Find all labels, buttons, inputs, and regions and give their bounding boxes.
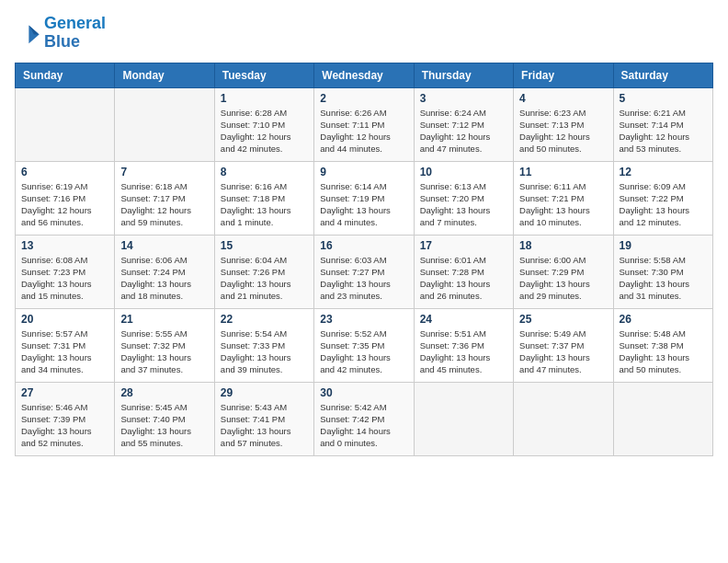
calendar-cell: 1Sunrise: 6:28 AM Sunset: 7:10 PM Daylig…	[214, 87, 313, 161]
day-number: 17	[420, 239, 507, 252]
day-number: 4	[519, 92, 607, 105]
calendar-cell	[115, 87, 214, 161]
calendar-cell	[414, 382, 513, 455]
calendar-cell: 5Sunrise: 6:21 AM Sunset: 7:14 PM Daylig…	[613, 87, 712, 161]
cell-sun-info: Sunrise: 5:51 AM Sunset: 7:36 PM Dayligh…	[420, 327, 507, 376]
cell-sun-info: Sunrise: 6:28 AM Sunset: 7:10 PM Dayligh…	[221, 107, 308, 155]
calendar-cell: 6Sunrise: 6:19 AM Sunset: 7:16 PM Daylig…	[16, 161, 115, 235]
day-number: 22	[221, 313, 308, 326]
cell-sun-info: Sunrise: 6:18 AM Sunset: 7:17 PM Dayligh…	[120, 180, 208, 229]
day-number: 8	[221, 166, 308, 178]
logo-icon	[15, 20, 40, 46]
calendar-cell: 15Sunrise: 6:04 AM Sunset: 7:26 PM Dayli…	[214, 235, 313, 308]
calendar-week-4: 20Sunrise: 5:57 AM Sunset: 7:31 PM Dayli…	[16, 308, 713, 382]
weekday-header-tuesday: Tuesday	[214, 63, 313, 87]
cell-sun-info: Sunrise: 5:49 AM Sunset: 7:37 PM Dayligh…	[519, 327, 607, 376]
day-number: 21	[120, 313, 208, 326]
weekday-header-wednesday: Wednesday	[314, 63, 414, 87]
calendar-cell: 24Sunrise: 5:51 AM Sunset: 7:36 PM Dayli…	[414, 308, 513, 382]
cell-sun-info: Sunrise: 5:55 AM Sunset: 7:32 PM Dayligh…	[120, 327, 208, 376]
cell-sun-info: Sunrise: 6:01 AM Sunset: 7:28 PM Dayligh…	[420, 254, 507, 303]
day-number: 30	[320, 386, 407, 399]
cell-sun-info: Sunrise: 6:08 AM Sunset: 7:23 PM Dayligh…	[21, 254, 108, 303]
weekday-header-row: SundayMondayTuesdayWednesdayThursdayFrid…	[16, 63, 713, 87]
calendar-cell: 4Sunrise: 6:23 AM Sunset: 7:13 PM Daylig…	[514, 87, 613, 161]
logo: General Blue	[15, 15, 106, 52]
calendar-cell: 28Sunrise: 5:45 AM Sunset: 7:40 PM Dayli…	[115, 382, 214, 455]
day-number: 24	[420, 313, 507, 326]
cell-sun-info: Sunrise: 5:54 AM Sunset: 7:33 PM Dayligh…	[221, 327, 308, 376]
calendar-cell: 16Sunrise: 6:03 AM Sunset: 7:27 PM Dayli…	[314, 235, 414, 308]
cell-sun-info: Sunrise: 6:09 AM Sunset: 7:22 PM Dayligh…	[620, 180, 707, 229]
calendar-week-5: 27Sunrise: 5:46 AM Sunset: 7:39 PM Dayli…	[16, 382, 713, 455]
cell-sun-info: Sunrise: 5:42 AM Sunset: 7:42 PM Dayligh…	[320, 401, 407, 450]
day-number: 19	[620, 239, 707, 252]
day-number: 29	[221, 386, 308, 399]
calendar-cell	[514, 382, 613, 455]
cell-sun-info: Sunrise: 6:00 AM Sunset: 7:29 PM Dayligh…	[519, 254, 607, 303]
day-number: 2	[320, 92, 407, 105]
day-number: 16	[320, 239, 407, 252]
day-number: 15	[221, 239, 308, 252]
calendar-cell: 20Sunrise: 5:57 AM Sunset: 7:31 PM Dayli…	[16, 308, 115, 382]
weekday-header-saturday: Saturday	[613, 63, 712, 87]
cell-sun-info: Sunrise: 6:19 AM Sunset: 7:16 PM Dayligh…	[21, 180, 108, 229]
day-number: 9	[320, 166, 407, 178]
cell-sun-info: Sunrise: 5:45 AM Sunset: 7:40 PM Dayligh…	[120, 401, 208, 450]
calendar-cell: 11Sunrise: 6:11 AM Sunset: 7:21 PM Dayli…	[514, 161, 613, 235]
cell-sun-info: Sunrise: 5:57 AM Sunset: 7:31 PM Dayligh…	[21, 327, 108, 376]
calendar-cell	[613, 382, 712, 455]
day-number: 6	[21, 166, 108, 178]
cell-sun-info: Sunrise: 6:14 AM Sunset: 7:19 PM Dayligh…	[320, 180, 407, 229]
calendar-cell: 21Sunrise: 5:55 AM Sunset: 7:32 PM Dayli…	[115, 308, 214, 382]
weekday-header-friday: Friday	[514, 63, 613, 87]
calendar-cell: 10Sunrise: 6:13 AM Sunset: 7:20 PM Dayli…	[414, 161, 513, 235]
day-number: 14	[120, 239, 208, 252]
calendar-cell: 14Sunrise: 6:06 AM Sunset: 7:24 PM Dayli…	[115, 235, 214, 308]
day-number: 18	[519, 239, 607, 252]
calendar-cell: 29Sunrise: 5:43 AM Sunset: 7:41 PM Dayli…	[214, 382, 313, 455]
cell-sun-info: Sunrise: 5:58 AM Sunset: 7:30 PM Dayligh…	[620, 254, 707, 303]
cell-sun-info: Sunrise: 6:21 AM Sunset: 7:14 PM Dayligh…	[620, 107, 707, 155]
calendar-cell: 9Sunrise: 6:14 AM Sunset: 7:19 PM Daylig…	[314, 161, 414, 235]
day-number: 10	[420, 166, 507, 178]
calendar-cell: 2Sunrise: 6:26 AM Sunset: 7:11 PM Daylig…	[314, 87, 414, 161]
day-number: 27	[21, 386, 108, 399]
day-number: 3	[420, 92, 507, 105]
calendar-cell: 3Sunrise: 6:24 AM Sunset: 7:12 PM Daylig…	[414, 87, 513, 161]
logo-text: General Blue	[44, 15, 106, 52]
day-number: 26	[620, 313, 707, 326]
calendar-cell: 17Sunrise: 6:01 AM Sunset: 7:28 PM Dayli…	[414, 235, 513, 308]
weekday-header-monday: Monday	[115, 63, 214, 87]
day-number: 12	[620, 166, 707, 178]
day-number: 7	[120, 166, 208, 178]
day-number: 20	[21, 313, 108, 326]
calendar-cell: 7Sunrise: 6:18 AM Sunset: 7:17 PM Daylig…	[115, 161, 214, 235]
calendar-week-3: 13Sunrise: 6:08 AM Sunset: 7:23 PM Dayli…	[16, 235, 713, 308]
cell-sun-info: Sunrise: 6:23 AM Sunset: 7:13 PM Dayligh…	[519, 107, 607, 155]
cell-sun-info: Sunrise: 6:04 AM Sunset: 7:26 PM Dayligh…	[221, 254, 308, 303]
day-number: 28	[120, 386, 208, 399]
calendar-week-1: 1Sunrise: 6:28 AM Sunset: 7:10 PM Daylig…	[16, 87, 713, 161]
calendar-cell: 25Sunrise: 5:49 AM Sunset: 7:37 PM Dayli…	[514, 308, 613, 382]
day-number: 5	[620, 92, 707, 105]
cell-sun-info: Sunrise: 6:03 AM Sunset: 7:27 PM Dayligh…	[320, 254, 407, 303]
day-number: 13	[21, 239, 108, 252]
cell-sun-info: Sunrise: 6:06 AM Sunset: 7:24 PM Dayligh…	[120, 254, 208, 303]
calendar-cell: 22Sunrise: 5:54 AM Sunset: 7:33 PM Dayli…	[214, 308, 313, 382]
calendar-cell: 30Sunrise: 5:42 AM Sunset: 7:42 PM Dayli…	[314, 382, 414, 455]
day-number: 25	[519, 313, 607, 326]
cell-sun-info: Sunrise: 5:52 AM Sunset: 7:35 PM Dayligh…	[320, 327, 407, 376]
day-number: 11	[519, 166, 607, 178]
cell-sun-info: Sunrise: 6:13 AM Sunset: 7:20 PM Dayligh…	[420, 180, 507, 229]
calendar-cell: 12Sunrise: 6:09 AM Sunset: 7:22 PM Dayli…	[613, 161, 712, 235]
weekday-header-sunday: Sunday	[16, 63, 115, 87]
page-header: General Blue	[15, 15, 713, 52]
cell-sun-info: Sunrise: 5:48 AM Sunset: 7:38 PM Dayligh…	[620, 327, 707, 376]
calendar-cell: 27Sunrise: 5:46 AM Sunset: 7:39 PM Dayli…	[16, 382, 115, 455]
calendar-cell: 26Sunrise: 5:48 AM Sunset: 7:38 PM Dayli…	[613, 308, 712, 382]
calendar-cell: 23Sunrise: 5:52 AM Sunset: 7:35 PM Dayli…	[314, 308, 414, 382]
cell-sun-info: Sunrise: 5:46 AM Sunset: 7:39 PM Dayligh…	[21, 401, 108, 450]
calendar-cell: 13Sunrise: 6:08 AM Sunset: 7:23 PM Dayli…	[16, 235, 115, 308]
calendar-cell: 8Sunrise: 6:16 AM Sunset: 7:18 PM Daylig…	[214, 161, 313, 235]
